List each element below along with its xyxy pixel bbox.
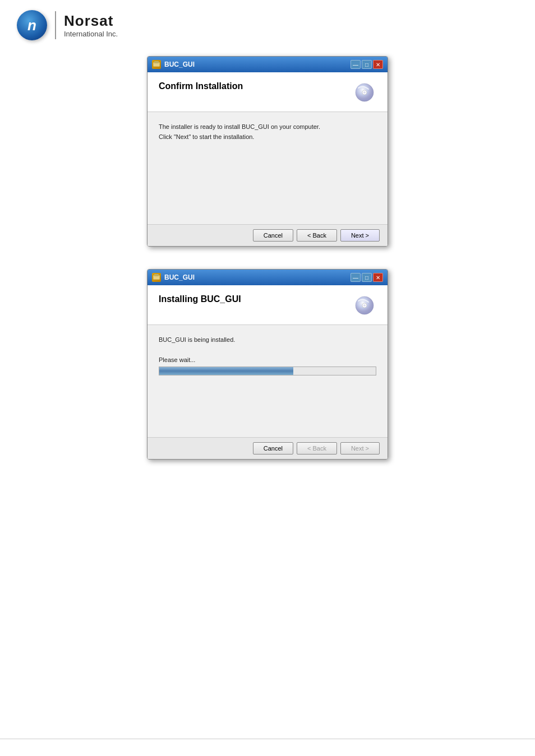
dialog2-line1: BUC_GUI is being installed. (159, 336, 376, 343)
dialog2-minimize-button[interactable]: — (350, 273, 361, 282)
dialog1-back-button[interactable]: < Back (297, 229, 337, 242)
page-header: Norsat International Inc. (0, 0, 535, 50)
progress-bar-container (159, 367, 376, 375)
dialog2-title: BUC_GUI (164, 273, 347, 281)
dialog1-content: The installer is ready to install BUC_GU… (147, 112, 388, 224)
dialog1-line1: The installer is ready to install BUC_GU… (159, 123, 376, 130)
dialog1-app-icon (152, 60, 161, 69)
dialog2-content: BUC_GUI is being installed. Please wait.… (147, 325, 388, 437)
svg-point-6 (363, 91, 366, 94)
dialog2-body: Installing BUC_GUI (147, 285, 388, 459)
logo-company-name: Norsat (64, 12, 118, 30)
dialog2-progress-label: Please wait... (159, 356, 376, 363)
confirm-installation-dialog: BUC_GUI — □ ✕ Confirm Installation (147, 56, 388, 247)
dialog2-titlebar: BUC_GUI — □ ✕ (147, 270, 388, 285)
dialog1-header-section: Confirm Installation (147, 72, 388, 112)
dialog1-next-button[interactable]: Next > (340, 229, 380, 242)
dialog1-minimize-button[interactable]: — (350, 60, 361, 69)
svg-point-13 (363, 304, 366, 307)
dialog1-titlebar: BUC_GUI — □ ✕ (147, 57, 388, 72)
installing-dialog: BUC_GUI — □ ✕ Installing BUC_GUI (147, 269, 388, 460)
dialog2-footer: Cancel < Back Next > (147, 437, 388, 459)
dialog2-header-section: Installing BUC_GUI (147, 285, 388, 325)
cd-icon-2 (353, 294, 376, 318)
dialog2-main-title: Installing BUC_GUI (159, 294, 241, 304)
dialog2-next-button: Next > (340, 442, 380, 454)
dialog1-close-button[interactable]: ✕ (373, 60, 383, 69)
page-footer-divider (0, 739, 535, 739)
dialog1-title: BUC_GUI (164, 61, 347, 68)
dialog2-close-button[interactable]: ✕ (373, 273, 383, 282)
norsat-logo-icon (17, 10, 47, 40)
cd-icon-1 (353, 81, 376, 105)
logo-text: Norsat International Inc. (64, 12, 118, 38)
progress-bar-fill (159, 367, 293, 375)
dialog1-maximize-button[interactable]: □ (362, 60, 372, 69)
dialog1-window-controls[interactable]: — □ ✕ (350, 60, 383, 69)
dialog1-footer: Cancel < Back Next > (147, 224, 388, 246)
dialog2-back-button: < Back (297, 442, 337, 454)
svg-rect-1 (154, 61, 159, 63)
dialog1-main-title: Confirm Installation (159, 81, 243, 91)
dialog2-cancel-button[interactable]: Cancel (253, 442, 293, 454)
dialog1-line2: Click "Next" to start the installation. (159, 133, 376, 140)
dialog2-app-icon (152, 273, 161, 282)
dialogs-area: BUC_GUI — □ ✕ Confirm Installation (0, 50, 535, 476)
dialog1-body: Confirm Installation (147, 72, 388, 246)
dialog2-maximize-button[interactable]: □ (362, 273, 372, 282)
logo-divider (55, 11, 56, 39)
logo-subtitle: International Inc. (64, 30, 118, 38)
svg-rect-8 (154, 274, 159, 276)
dialog1-cancel-button[interactable]: Cancel (253, 229, 293, 242)
dialog2-window-controls[interactable]: — □ ✕ (350, 273, 383, 282)
